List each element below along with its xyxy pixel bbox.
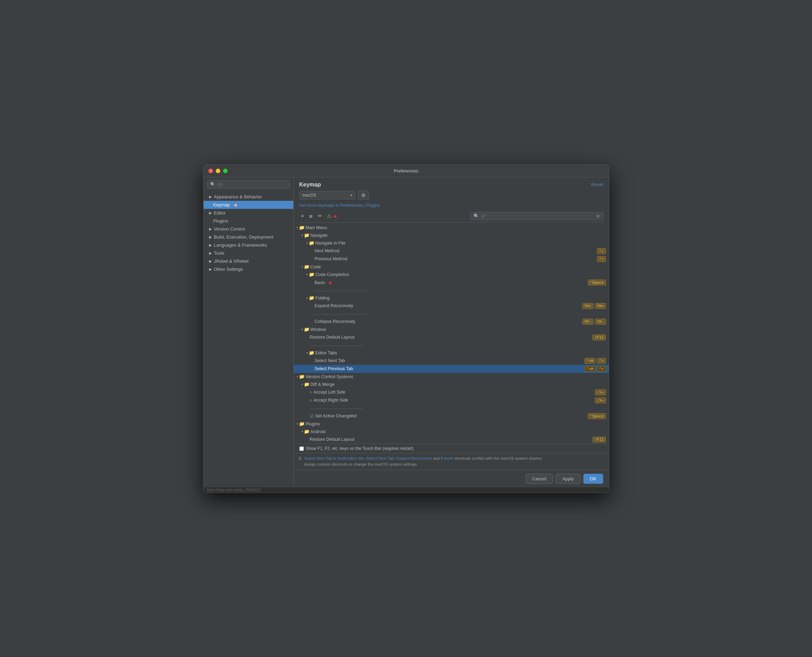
toolbar-search-input[interactable] [481, 213, 594, 218]
expand-icon: ▾ [301, 234, 303, 237]
tree-item-next-method[interactable]: Next Method ⌃↓ [294, 247, 609, 255]
tree-item-navigate-in-file[interactable]: ▾ 📁 Navigate in File [294, 239, 609, 247]
tree-item-plugins-group[interactable]: ▾ 📁 Plugins [294, 420, 609, 428]
separator-line: —————————————— [310, 343, 364, 347]
sidebar-item-tools[interactable]: ▶ Tools [203, 249, 293, 257]
shortcut-display: ⇧F12 [592, 335, 606, 340]
shortcut-key: ⌥⌘+ [582, 303, 593, 309]
sidebar-item-label: Keymap [213, 202, 230, 207]
apply-button[interactable]: Apply [556, 474, 581, 484]
sidebar-item-other[interactable]: ▶ Other Settings [203, 265, 293, 273]
conflict-link-1[interactable]: Select Next Tab in multi-editor file [304, 456, 364, 460]
close-button[interactable] [208, 169, 213, 173]
shortcut-key2: ⌃→ [597, 358, 606, 364]
tree-item-separator: —————————————— [294, 286, 609, 294]
toolbar-search-box[interactable]: 🔍 ⊕ [470, 212, 603, 220]
tree-item-restore-default-layout-android[interactable]: Restore Default Layout ⇧F12 [294, 436, 609, 444]
edit-button[interactable]: ✏ [316, 212, 324, 220]
expand-icon: ▾ [301, 265, 303, 269]
keymap-select[interactable]: macOS Default Eclipse Emacs [299, 191, 355, 199]
expand-arrow-icon: ▶ [209, 251, 212, 255]
expand-arrow-icon: ▶ [209, 211, 212, 215]
folder-icon: 📁 [309, 272, 314, 277]
tree-item-navigate[interactable]: ▾ 📁 Navigate [294, 232, 609, 239]
touchbar-checkbox-label[interactable]: Show F1, F2, etc. keys on the Touch Bar … [306, 446, 414, 451]
conflict-warning-bar: ⚠ Select Next Tab in multi-editor file, … [294, 453, 609, 470]
reset-button[interactable]: Reset [592, 182, 603, 187]
conflict-link-2[interactable]: Select Next Tab [366, 456, 394, 460]
expand-icon: ▾ [306, 241, 308, 245]
tree-item-android[interactable]: ▾ 📁 Android [294, 428, 609, 436]
window-controls [208, 169, 228, 173]
sidebar-item-jrebel[interactable]: ▶ JRebel & XRebel [203, 257, 293, 265]
shortcut-key2: ⌥⌘- [595, 319, 606, 325]
tree-item-accept-right[interactable]: « Accept Right Side ⇧⌥← [294, 396, 609, 405]
item-label: Previous Method [315, 257, 597, 262]
item-label: Restore Default Layout [310, 335, 593, 340]
tree-item-separator: —————————————— [294, 405, 609, 412]
tree-item-main-menu[interactable]: ▾ 📁 Main Menu [294, 224, 609, 232]
sidebar-item-version-control[interactable]: ▶ Version Control [203, 225, 293, 233]
get-more-keymaps-link[interactable]: Get more keymaps in Preferences | Plugin… [299, 203, 380, 208]
search-icon: 🔍 [210, 182, 216, 187]
warning-text: Select Next Tab in multi-editor file, Se… [304, 456, 542, 468]
content-area: Keymap Reset macOS Default Eclipse Emacs… [294, 177, 609, 487]
folder-icon: 📁 [309, 240, 314, 246]
sidebar-item-appearance[interactable]: ▶ Appearance & Behavior [203, 193, 293, 201]
shortcut-display: ⌃⇥⌘ ⌃← [584, 366, 606, 372]
warning-filter-button[interactable]: ⚠ ◀ [325, 212, 338, 220]
shortcut-key: ⌃⇥⌘ [584, 366, 596, 372]
item-label: Navigate [311, 233, 606, 238]
ok-button[interactable]: OK [583, 474, 603, 484]
tree-item-code[interactable]: ▾ 📁 Code [294, 263, 609, 271]
shortcut-key: ⌃⇥⌘ [584, 358, 596, 364]
tree-item-accept-left[interactable]: » Accept Left Side ⇧⌥→ [294, 388, 609, 396]
folder-icon: 📁 [304, 382, 309, 387]
sidebar-search-input[interactable] [217, 182, 287, 187]
keymap-select-wrapper: macOS Default Eclipse Emacs [299, 191, 355, 199]
sidebar-item-languages[interactable]: ▶ Languages & Frameworks [203, 241, 293, 249]
sidebar-item-editor[interactable]: ▶ Editor [203, 209, 293, 217]
sidebar-item-label: Other Settings [214, 266, 243, 272]
sidebar-item-keymap[interactable]: Keymap ◀ [203, 201, 293, 209]
separator-line: —————————————— [310, 406, 364, 410]
separator-line: —————————————— [315, 288, 369, 293]
tree-item-basic[interactable]: Basic ◀ ⌃Space [294, 279, 609, 286]
tree-item-separator: —————————————— [294, 310, 609, 318]
tree-item-select-previous-tab[interactable]: Select Previous Tab ⌃⇥⌘ ⌃← [294, 365, 609, 373]
cancel-button[interactable]: Cancel [526, 474, 553, 484]
preferences-window: Preferences 🔍 ▶ Appearance & Behavior Ke… [203, 164, 609, 493]
tree-item-code-completion[interactable]: ▾ 📁 Code Completion [294, 271, 609, 279]
tree-item-previous-method[interactable]: Previous Method ⌃↑ [294, 255, 609, 263]
tree-item-expand-recursively[interactable]: Expand Recursively ⌥⌘+ ⌥⌘= [294, 302, 609, 310]
item-label: Select Previous Tab [315, 366, 585, 371]
tree-item-window[interactable]: ▾ 📁 Window [294, 326, 609, 333]
tree-item-restore-default-layout[interactable]: Restore Default Layout ⇧F12 [294, 333, 609, 341]
shortcut-display: ⌃⇥⌘ ⌃→ [584, 358, 606, 364]
collapse-all-button[interactable]: ≣ [307, 212, 315, 220]
tree-item-folding[interactable]: ▾ 📁 Folding [294, 294, 609, 302]
sidebar-item-plugins[interactable]: Plugins [203, 217, 293, 225]
tree-item-collapse-recursively[interactable]: Collapse Recursively ⌥⌘- ⌥⌘- [294, 318, 609, 326]
conflict-link-more[interactable]: 8 more [441, 456, 453, 460]
item-label: Next Method [315, 248, 597, 253]
tree-item-vcs[interactable]: ▾ 📁 Version Control Systems [294, 373, 609, 381]
item-label: Android [311, 429, 606, 434]
minimize-button[interactable] [216, 169, 220, 173]
sidebar-search-box[interactable]: 🔍 [207, 180, 290, 188]
expand-icon: ▾ [297, 422, 298, 426]
touchbar-checkbox[interactable] [299, 447, 304, 451]
maximize-button[interactable] [223, 169, 228, 173]
sidebar-item-build[interactable]: ▶ Build, Execution, Deployment [203, 233, 293, 241]
conflict-link-3[interactable]: Expand Recursively [396, 456, 432, 460]
titlebar: Preferences [203, 165, 609, 177]
gear-button[interactable]: ⚙ [358, 191, 369, 200]
tree-item-editor-tabs[interactable]: ▾ 📁 Editor Tabs [294, 349, 609, 357]
expand-all-button[interactable]: ≡ [299, 212, 306, 220]
tree-item-diff-merge[interactable]: ▾ 📁 Diff & Merge [294, 381, 609, 388]
keymap-tree: ▾ 📁 Main Menu ▾ 📁 Navigate ▾ 📁 Navigate … [294, 223, 609, 444]
window-title: Preferences [394, 168, 418, 173]
tree-item-set-active-changelist[interactable]: ☑ Set Active Changelist ⌃Space [294, 412, 609, 420]
tree-item-select-next-tab[interactable]: Select Next Tab ⌃⇥⌘ ⌃→ [294, 357, 609, 365]
expand-arrow-icon: ▶ [209, 259, 212, 263]
